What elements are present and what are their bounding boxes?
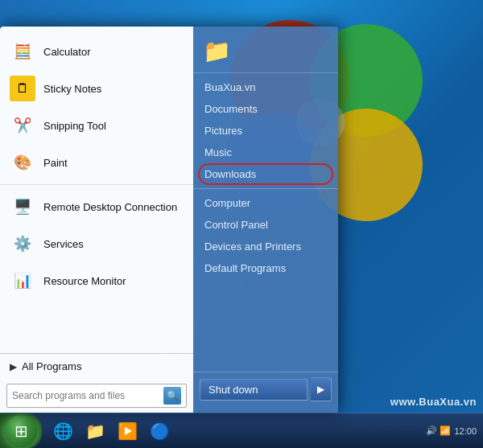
taskbar: ⊞ 🌐 📁 ▶️ 🔵 🔊 📶 12:00 (0, 413, 483, 448)
right-item-default-programs[interactable]: Default Programs (193, 257, 338, 279)
right-panel: 📁 BuaXua.vn Documents Pictures Music Dow… (193, 27, 338, 413)
calculator-label: Calculator (43, 46, 91, 58)
services-label: Services (43, 238, 84, 250)
tray-icons: 🔊 📶 (426, 425, 451, 436)
windows-icon: ⊞ (14, 421, 28, 441)
remote-desktop-icon: 🖥️ (10, 194, 35, 220)
menu-item-snipping-tool[interactable]: ✂️ Snipping Tool (0, 107, 193, 144)
paint-label: Paint (43, 157, 68, 169)
start-menu: 🧮 Calculator 🗒 Sticky Notes ✂️ Snipping … (0, 27, 338, 413)
right-item-computer[interactable]: Computer (193, 192, 338, 214)
menu-item-calculator[interactable]: 🧮 Calculator (0, 33, 193, 70)
right-panel-divider-1 (193, 188, 338, 189)
search-input[interactable] (12, 390, 160, 401)
menu-item-remote-desktop[interactable]: 🖥️ Remote Desktop Connection (0, 188, 193, 225)
left-panel: 🧮 Calculator 🗒 Sticky Notes ✂️ Snipping … (0, 27, 193, 413)
menu-item-resource-monitor[interactable]: 📊 Resource Monitor (0, 262, 193, 299)
taskbar-chrome-icon[interactable]: 🔵 (145, 417, 174, 446)
snipping-tool-label: Snipping Tool (43, 120, 106, 132)
menu-item-sticky-notes[interactable]: 🗒 Sticky Notes (0, 70, 193, 107)
right-item-devices-printers[interactable]: Devices and Printers (193, 236, 338, 257)
sticky-notes-icon: 🗒 (10, 76, 35, 101)
all-programs-label: All Programs (22, 360, 81, 372)
right-item-music[interactable]: Music (193, 142, 338, 163)
taskbar-folder-icon[interactable]: 📁 (80, 417, 109, 446)
taskbar-ie-icon[interactable]: 🌐 (48, 417, 77, 446)
taskbar-icons: 🌐 📁 ▶️ 🔵 (45, 417, 426, 446)
search-button[interactable]: 🔍 (163, 387, 181, 405)
right-item-downloads[interactable]: Downloads (193, 163, 338, 185)
tray-time: 12:00 (454, 426, 477, 436)
left-menu-items: 🧮 Calculator 🗒 Sticky Notes ✂️ Snipping … (0, 27, 193, 353)
right-item-control-panel[interactable]: Control Panel (193, 214, 338, 236)
right-item-documents[interactable]: Documents (193, 98, 338, 120)
all-programs-item[interactable]: ▶ All Programs (0, 353, 193, 379)
shutdown-button[interactable]: Shut down (200, 379, 308, 401)
watermark: www.BuaXua.vn (390, 396, 477, 408)
user-area: 📁 (193, 33, 338, 73)
shutdown-area: Shut down ▶ (193, 372, 338, 406)
calculator-icon: 🧮 (10, 39, 35, 64)
shutdown-arrow-button[interactable]: ▶ (311, 377, 332, 401)
right-item-pictures[interactable]: Pictures (193, 120, 338, 142)
paint-icon: 🎨 (10, 150, 35, 175)
start-orb: ⊞ (5, 415, 37, 447)
snipping-tool-icon: ✂️ (10, 113, 35, 138)
search-bar: 🔍 (6, 384, 187, 408)
all-programs-arrow-icon: ▶ (10, 361, 17, 372)
menu-item-paint[interactable]: 🎨 Paint (0, 144, 193, 181)
menu-item-services[interactable]: ⚙️ Services (0, 225, 193, 262)
resource-monitor-icon: 📊 (10, 268, 35, 294)
taskbar-media-icon[interactable]: ▶️ (113, 417, 142, 446)
start-button[interactable]: ⊞ (0, 413, 42, 449)
menu-divider (0, 184, 193, 185)
sticky-notes-label: Sticky Notes (43, 83, 101, 95)
services-icon: ⚙️ (10, 231, 35, 257)
right-item-buaxua[interactable]: BuaXua.vn (193, 76, 338, 98)
resource-monitor-label: Resource Monitor (43, 275, 126, 287)
user-folder-icon: 📁 (203, 38, 231, 64)
remote-desktop-label: Remote Desktop Connection (43, 201, 177, 213)
taskbar-tray: 🔊 📶 12:00 (426, 425, 483, 436)
